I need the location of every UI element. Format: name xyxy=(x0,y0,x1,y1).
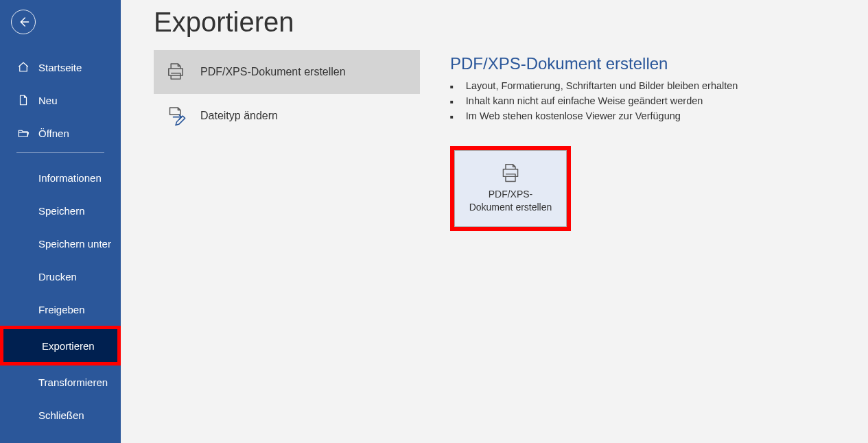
nav-label: Speichern xyxy=(38,205,85,217)
nav-label: Startseite xyxy=(38,62,82,73)
nav-transformieren[interactable]: Transformieren xyxy=(0,366,121,398)
file-icon xyxy=(16,93,30,107)
nav-speichern-unter[interactable]: Speichern unter xyxy=(0,227,121,260)
nav-label: Schließen xyxy=(38,409,84,421)
nav-label: Drucken xyxy=(38,271,77,283)
change-filetype-icon xyxy=(161,101,191,131)
nav-label: Transformieren xyxy=(38,376,108,388)
option-pdf-xps[interactable]: PDF/XPS-Dokument erstellen xyxy=(154,50,420,94)
nav-drucken[interactable]: Drucken xyxy=(0,260,121,293)
nav-label: Informationen xyxy=(38,172,102,184)
arrow-left-icon xyxy=(17,16,30,28)
page-title: Exportieren xyxy=(154,7,835,38)
home-icon xyxy=(16,60,30,74)
create-button-label: PDF/XPS-Dokument erstellen xyxy=(469,188,552,214)
main-content: Exportieren PDF/XPS-Dokument erstellen xyxy=(121,0,868,443)
highlight-create-button: PDF/XPS-Dokument erstellen xyxy=(450,146,571,231)
nav-startseite[interactable]: Startseite xyxy=(0,51,121,84)
option-label: PDF/XPS-Dokument erstellen xyxy=(200,66,346,78)
nav-schliessen[interactable]: Schließen xyxy=(0,398,121,431)
details-heading: PDF/XPS-Dokument erstellen xyxy=(450,54,835,73)
detail-item: Layout, Formatierung, Schriftarten und B… xyxy=(450,80,835,91)
highlight-exportieren: Exportieren xyxy=(0,326,121,366)
printer-icon xyxy=(161,57,191,87)
nav-neu[interactable]: Neu xyxy=(0,84,121,117)
sidebar: Startseite Neu Öffnen Informationen Spei… xyxy=(0,0,121,443)
nav-label: Exportieren xyxy=(42,340,95,352)
nav-label: Öffnen xyxy=(38,128,69,139)
details-panel: PDF/XPS-Dokument erstellen Layout, Forma… xyxy=(450,50,835,231)
option-change-filetype[interactable]: Dateityp ändern xyxy=(154,94,420,138)
create-pdf-xps-button[interactable]: PDF/XPS-Dokument erstellen xyxy=(454,150,567,227)
option-label: Dateityp ändern xyxy=(200,110,278,122)
printer-icon xyxy=(498,163,523,184)
nav-oeffnen[interactable]: Öffnen xyxy=(0,117,121,149)
nav-speichern[interactable]: Speichern xyxy=(0,194,121,227)
detail-item: Inhalt kann nicht auf einfache Weise geä… xyxy=(450,95,835,106)
details-list: Layout, Formatierung, Schriftarten und B… xyxy=(450,80,835,121)
detail-item: Im Web stehen kostenlose Viewer zur Verf… xyxy=(450,110,835,121)
nav-divider xyxy=(16,152,104,153)
nav-label: Freigeben xyxy=(38,304,85,315)
nav-label: Speichern unter xyxy=(38,238,111,250)
folder-open-icon xyxy=(16,126,30,140)
nav-informationen[interactable]: Informationen xyxy=(0,161,121,194)
nav-label: Neu xyxy=(38,95,58,106)
nav-freigeben[interactable]: Freigeben xyxy=(0,293,121,326)
export-options: PDF/XPS-Dokument erstellen Dateityp ände… xyxy=(154,50,420,231)
nav-exportieren[interactable]: Exportieren xyxy=(3,329,117,362)
back-button[interactable] xyxy=(11,10,36,34)
